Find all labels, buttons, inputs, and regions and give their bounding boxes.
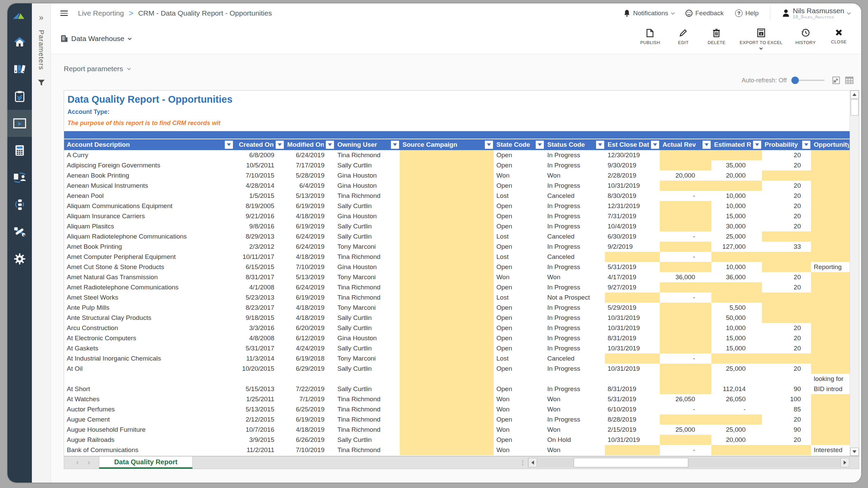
cell-est_close_date[interactable]: 5/29/2019 [605,303,660,313]
cell-est_close_date[interactable]: 6/30/2019 [605,231,660,242]
cell-status_code[interactable]: In Progress [545,181,605,191]
cell-owning_user[interactable]: Tina Richmond [335,414,400,425]
cell-opportunity[interactable] [811,282,850,292]
sidebar-item-tasks[interactable] [7,83,32,110]
cell-opportunity[interactable] [811,191,850,201]
cell-opportunity[interactable] [811,201,850,211]
cell-status_code[interactable]: In Progress [545,262,605,272]
cell-opportunity[interactable] [811,221,850,231]
column-header-estimated_rev[interactable]: Estimated Rev [711,139,762,150]
cell-opportunity[interactable] [811,160,850,170]
cell-estimated_rev[interactable]: 10,000 [711,191,762,201]
cell-status_code[interactable]: Won [545,425,605,435]
cell-source_campaign[interactable] [400,414,494,425]
cell-owning_user[interactable]: Gina Houston [335,333,400,343]
cell-est_close_date[interactable] [605,374,660,384]
filter-dropdown-button[interactable] [651,141,659,149]
cell-estimated_rev[interactable] [711,353,762,364]
cell-status_code[interactable]: In Progress [545,242,605,252]
cell-account[interactable]: At Electronic Computers [64,333,234,343]
column-header-account[interactable]: Account Description [64,139,234,150]
cell-status_code[interactable]: Won [545,170,605,181]
cell-created_on[interactable]: 10/20/2015 [234,364,284,374]
cell-status_code[interactable]: Not a Prospect [545,292,605,303]
cell-opportunity[interactable] [811,435,850,445]
cell-est_close_date[interactable] [605,445,660,455]
cell-modified_on[interactable]: 6/20/2019 [284,323,335,333]
cell-created_on[interactable]: 2/3/2012 [234,242,284,252]
cell-estimated_rev[interactable]: 15,000 [711,333,762,343]
cell-account[interactable] [64,374,234,384]
column-header-modified_on[interactable]: Modified On [284,139,335,150]
cell-state_code[interactable]: Open [494,221,545,231]
column-header-probability[interactable]: Probability [762,139,811,150]
publish-button[interactable]: PUBLISH [640,28,660,45]
cell-modified_on[interactable]: 7/22/2019 [284,384,335,394]
cell-source_campaign[interactable] [400,211,494,221]
user-menu[interactable]: Nils Rasmussen 19_Sales_Analytics [782,7,850,19]
cell-account[interactable]: At Gaskets [64,343,234,353]
cell-owning_user[interactable]: Tina Richmond [335,404,400,414]
cell-opportunity[interactable] [811,333,850,343]
vertical-scroll-thumb[interactable] [851,99,859,116]
cell-estimated_rev[interactable]: 25,000 [711,231,762,242]
cell-status_code[interactable]: Won [545,445,605,455]
cell-modified_on[interactable]: 6/19/2019 [284,201,335,211]
cell-estimated_rev[interactable] [711,292,762,303]
cell-created_on[interactable]: 5/13/2015 [234,404,284,414]
cell-estimated_rev[interactable]: 26,050 [711,394,762,404]
cell-opportunity[interactable] [811,252,850,262]
filter-funnel-icon[interactable] [37,79,45,86]
cell-actual_rev[interactable] [660,242,711,252]
scroll-down-button[interactable] [850,448,859,456]
cell-opportunity[interactable]: looking for [811,374,850,384]
cell-created_on[interactable]: 1/5/2015 [234,191,284,201]
sidebar-item-budgeting[interactable] [7,137,32,164]
cell-account[interactable]: Amet Radiotelephone Communications [64,282,234,292]
cell-actual_rev[interactable]: 36,000 [660,272,711,282]
cell-status_code[interactable]: In Progress [545,160,605,170]
cell-status_code[interactable]: Canceled [545,252,605,262]
cell-owning_user[interactable]: Tony Marconi [335,242,400,252]
cell-state_code[interactable]: Won [494,445,545,455]
cell-account[interactable]: Amet Natural Gas Transmission [64,272,234,282]
filter-dropdown-button[interactable] [391,141,399,149]
cell-probability[interactable]: 20 [762,191,811,201]
cell-probability[interactable]: 20 [762,150,811,160]
cell-owning_user[interactable]: Tina Richmond [335,252,400,262]
cell-estimated_rev[interactable]: 30,000 [711,221,762,231]
cell-modified_on[interactable]: 6/24/2019 [284,282,335,292]
cell-est_close_date[interactable]: 9/2/2019 [605,242,660,252]
cell-probability[interactable]: 20 [762,364,811,374]
column-header-created_on[interactable]: Created On [234,139,284,150]
cell-status_code[interactable] [545,374,605,384]
tab-nav-right-icon[interactable]: › [87,459,90,466]
cell-opportunity[interactable] [811,313,850,323]
cell-source_campaign[interactable] [400,445,494,455]
cell-modified_on[interactable]: 6/19/2019 [284,292,335,303]
cell-est_close_date[interactable]: 2/28/2019 [605,170,660,181]
column-header-source_campaign[interactable]: Source Campaign [400,139,494,150]
cell-status_code[interactable]: In Progress [545,282,605,292]
cell-account[interactable]: Ante Pulp Mills [64,303,234,313]
cell-account[interactable]: Bank of Communications [64,445,234,455]
cell-owning_user[interactable]: Tony Marconi [335,303,400,313]
cell-est_close_date[interactable]: 5/31/2019 [605,262,660,272]
cell-actual_rev[interactable] [660,384,711,394]
cell-owning_user[interactable]: Sally Curtlin [335,364,400,374]
cell-actual_rev[interactable] [660,313,711,323]
filter-dropdown-button[interactable] [596,141,604,149]
cell-estimated_rev[interactable]: 25,000 [711,364,762,374]
cell-modified_on[interactable]: 4/18/2019 [284,252,335,262]
cell-opportunity[interactable] [811,272,850,282]
cell-opportunity[interactable] [811,425,850,435]
cell-created_on[interactable]: 6/15/2015 [234,262,284,272]
cell-probability[interactable] [762,231,811,242]
cell-created_on[interactable]: 8/23/2017 [234,303,284,313]
cell-estimated_rev[interactable]: 15,000 [711,343,762,353]
cell-opportunity[interactable] [811,211,850,221]
cell-modified_on[interactable]: 4/24/2019 [284,343,335,353]
cell-owning_user[interactable] [335,374,400,384]
cell-owning_user[interactable]: Tina Richmond [335,191,400,201]
cell-status_code[interactable]: In Progress [545,323,605,333]
